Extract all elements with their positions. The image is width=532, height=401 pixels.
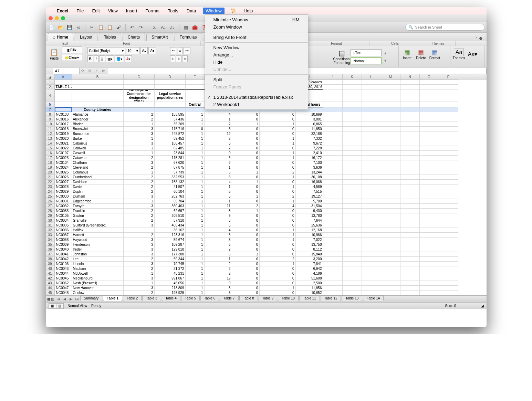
col-M[interactable]: M xyxy=(381,74,400,80)
cell[interactable] xyxy=(439,271,458,276)
cell[interactable] xyxy=(362,165,381,170)
undo-icon[interactable]: ↶ xyxy=(128,23,136,31)
row-header[interactable]: 5 xyxy=(46,102,55,107)
cell[interactable] xyxy=(400,127,420,131)
cell[interactable]: 153,595 xyxy=(155,112,186,117)
cell[interactable]: 2 xyxy=(124,266,155,271)
cell[interactable] xyxy=(400,271,420,276)
cell[interactable] xyxy=(439,291,458,295)
cell[interactable]: New Hanover xyxy=(72,286,124,291)
cell[interactable]: 2 xyxy=(205,247,232,252)
cell[interactable]: 3 xyxy=(124,141,155,146)
cell[interactable]: Iredell xyxy=(72,247,124,252)
cell[interactable] xyxy=(343,223,362,228)
cell[interactable]: 1 xyxy=(260,175,296,180)
cell[interactable] xyxy=(400,80,420,85)
cell[interactable]: 0 xyxy=(260,281,296,286)
cell[interactable]: 6 xyxy=(205,223,232,228)
row-header[interactable]: 2 xyxy=(46,85,55,89)
cell[interactable] xyxy=(362,194,381,199)
font-size-combo[interactable]: 10▾ xyxy=(126,47,140,54)
cell[interactable]: 0 xyxy=(232,291,260,295)
cell[interactable]: 1 xyxy=(186,117,205,122)
cell[interactable]: Harnett xyxy=(72,233,124,238)
cell[interactable]: 1 xyxy=(186,204,205,209)
cell[interactable] xyxy=(381,122,400,127)
close-window-button[interactable] xyxy=(49,16,53,20)
cell[interactable]: 2 xyxy=(124,291,155,295)
view-btn-1[interactable]: ▦ xyxy=(49,303,56,309)
cell[interactable] xyxy=(343,160,362,165)
cell[interactable] xyxy=(420,218,439,223)
cell[interactable]: NC0031 xyxy=(55,199,72,204)
insert-cells-button[interactable]: ▦Insert xyxy=(401,46,414,62)
row-header[interactable]: 18 xyxy=(46,160,55,165)
cell[interactable]: 6 xyxy=(205,194,232,199)
cell[interactable] xyxy=(439,122,458,127)
cell[interactable]: 19 xyxy=(205,276,232,281)
cell[interactable] xyxy=(439,180,458,184)
cell[interactable] xyxy=(381,271,400,276)
cell[interactable] xyxy=(381,85,400,89)
cell[interactable]: 2 xyxy=(124,165,155,170)
cell[interactable] xyxy=(381,131,400,136)
cell[interactable] xyxy=(362,136,381,141)
cell[interactable] xyxy=(381,80,400,85)
script-icon[interactable]: 📜 xyxy=(230,8,237,13)
cell[interactable]: 1 xyxy=(124,146,155,151)
cell[interactable]: Gaston xyxy=(72,213,124,218)
cell[interactable]: 0 xyxy=(232,199,260,204)
cell[interactable]: 3 xyxy=(124,276,155,281)
cell[interactable] xyxy=(439,218,458,223)
cell[interactable]: Haywood xyxy=(72,238,124,242)
cell[interactable] xyxy=(186,85,205,89)
cell[interactable] xyxy=(420,213,439,218)
cell[interactable] xyxy=(420,131,439,136)
cell[interactable] xyxy=(323,184,343,189)
cell[interactable] xyxy=(323,112,343,117)
cell[interactable] xyxy=(343,85,362,89)
cell[interactable] xyxy=(362,213,381,218)
cell[interactable] xyxy=(420,223,439,228)
cell[interactable]: 0 xyxy=(260,209,296,213)
cell[interactable]: NC0044 xyxy=(55,271,72,276)
cell[interactable] xyxy=(420,199,439,204)
cell[interactable]: 1 xyxy=(205,184,232,189)
cell[interactable] xyxy=(439,257,458,262)
cell[interactable] xyxy=(323,209,343,213)
cell[interactable] xyxy=(381,286,400,291)
align-bottom-icon[interactable]: ⬵ xyxy=(184,47,190,54)
cell[interactable] xyxy=(323,257,343,262)
cell[interactable]: 41,507 xyxy=(155,184,186,189)
cell[interactable] xyxy=(420,141,439,146)
cell[interactable] xyxy=(400,107,420,112)
cell[interactable]: 3 xyxy=(124,204,155,209)
cell[interactable]: 5 xyxy=(205,189,232,194)
menu-view[interactable]: View xyxy=(107,8,119,14)
cell[interactable] xyxy=(323,262,343,266)
refresh-icon[interactable]: ⟳ xyxy=(80,68,86,73)
col-P[interactable]: P xyxy=(439,74,458,80)
cell[interactable]: 16,172 xyxy=(296,156,323,160)
cell[interactable] xyxy=(439,156,458,160)
cell[interactable] xyxy=(420,85,439,89)
cell[interactable]: 3,636 xyxy=(296,165,323,170)
ribbon-tab-tables[interactable]: Tables xyxy=(99,33,121,41)
row-header[interactable]: 31 xyxy=(46,223,55,228)
underline-button[interactable]: U xyxy=(99,55,105,62)
cell[interactable]: 0 xyxy=(232,146,260,151)
cell[interactable]: 12 xyxy=(205,131,232,136)
cell[interactable] xyxy=(381,146,400,151)
cell[interactable] xyxy=(420,271,439,276)
cell[interactable]: 0 xyxy=(232,136,260,141)
cell[interactable]: 45,056 xyxy=(155,281,186,286)
cell[interactable]: 3 xyxy=(205,291,232,295)
cell[interactable] xyxy=(72,102,124,107)
cell[interactable]: 3 xyxy=(205,209,232,213)
cell[interactable] xyxy=(343,266,362,271)
cell[interactable] xyxy=(343,170,362,175)
grid[interactable]: 1 Public Libraries 2TABLE 1 - LIBRARY PR… xyxy=(46,80,487,295)
row-header[interactable]: 8 xyxy=(46,112,55,117)
cell[interactable]: 3 xyxy=(205,141,232,146)
cell[interactable]: 4 xyxy=(205,228,232,233)
